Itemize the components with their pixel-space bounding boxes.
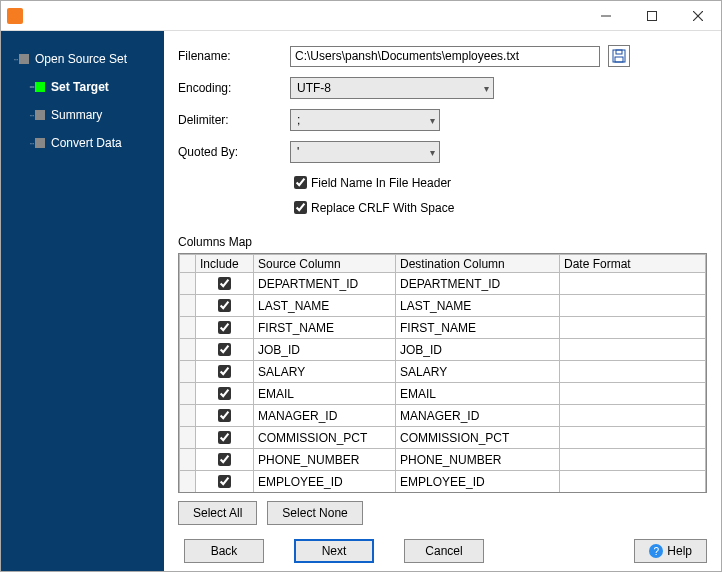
maximize-button[interactable]: [629, 1, 675, 31]
date-format-cell[interactable]: [560, 449, 706, 471]
destination-column-cell[interactable]: SALARY: [396, 361, 560, 383]
help-icon: ?: [649, 544, 663, 558]
table-row[interactable]: JOB_IDJOB_ID: [180, 339, 706, 361]
destination-column-cell[interactable]: LAST_NAME: [396, 295, 560, 317]
row-handle[interactable]: [180, 295, 196, 317]
include-checkbox[interactable]: [218, 365, 231, 378]
wizard-step-summary[interactable]: ···Summary: [1, 101, 164, 129]
replace-crlf-checkbox[interactable]: [294, 201, 307, 214]
header-datefmt[interactable]: Date Format: [560, 255, 706, 273]
row-handle[interactable]: [180, 339, 196, 361]
source-column-cell[interactable]: SALARY: [254, 361, 396, 383]
destination-column-cell[interactable]: PHONE_NUMBER: [396, 449, 560, 471]
destination-column-cell[interactable]: FIRST_NAME: [396, 317, 560, 339]
row-handle[interactable]: [180, 361, 196, 383]
source-column-cell[interactable]: LAST_NAME: [254, 295, 396, 317]
include-checkbox[interactable]: [218, 387, 231, 400]
source-column-cell[interactable]: FIRST_NAME: [254, 317, 396, 339]
include-checkbox[interactable]: [218, 453, 231, 466]
table-row[interactable]: SALARYSALARY: [180, 361, 706, 383]
destination-column-cell[interactable]: HIRE_DATE: [396, 493, 560, 494]
source-column-cell[interactable]: EMPLOYEE_ID: [254, 471, 396, 493]
select-none-button[interactable]: Select None: [267, 501, 362, 525]
source-column-cell[interactable]: COMMISSION_PCT: [254, 427, 396, 449]
quoted-by-select[interactable]: ' ▾: [290, 141, 440, 163]
include-checkbox[interactable]: [218, 299, 231, 312]
source-column-cell[interactable]: MANAGER_ID: [254, 405, 396, 427]
back-button[interactable]: Back: [184, 539, 264, 563]
step-status-icon: [35, 138, 45, 148]
row-handle[interactable]: [180, 273, 196, 295]
date-format-cell[interactable]: [560, 405, 706, 427]
table-row[interactable]: HIRE_DATEHIRE_DATEmm/dd/yyyy: [180, 493, 706, 494]
encoding-value: UTF-8: [297, 81, 331, 95]
row-handle[interactable]: [180, 317, 196, 339]
row-handle[interactable]: [180, 493, 196, 494]
destination-column-cell[interactable]: EMAIL: [396, 383, 560, 405]
row-handle[interactable]: [180, 471, 196, 493]
delimiter-value: ;: [297, 113, 300, 127]
wizard-step-convert-data[interactable]: ···Convert Data: [1, 129, 164, 157]
delimiter-select[interactable]: ; ▾: [290, 109, 440, 131]
browse-button[interactable]: [608, 45, 630, 67]
chevron-down-icon: ▾: [430, 115, 435, 126]
row-handle[interactable]: [180, 383, 196, 405]
encoding-select[interactable]: UTF-8 ▾: [290, 77, 494, 99]
columns-map-table: Include Source Column Destination Column…: [179, 254, 706, 493]
source-column-cell[interactable]: EMAIL: [254, 383, 396, 405]
destination-column-cell[interactable]: EMPLOYEE_ID: [396, 471, 560, 493]
table-row[interactable]: LAST_NAMELAST_NAME: [180, 295, 706, 317]
destination-column-cell[interactable]: COMMISSION_PCT: [396, 427, 560, 449]
header-dest[interactable]: Destination Column: [396, 255, 560, 273]
date-format-cell[interactable]: [560, 383, 706, 405]
date-format-cell[interactable]: [560, 273, 706, 295]
field-name-header-checkbox[interactable]: [294, 176, 307, 189]
close-button[interactable]: [675, 1, 721, 31]
date-format-cell[interactable]: [560, 339, 706, 361]
columns-map-table-container[interactable]: Include Source Column Destination Column…: [178, 253, 707, 493]
table-row[interactable]: COMMISSION_PCTCOMMISSION_PCT: [180, 427, 706, 449]
source-column-cell[interactable]: DEPARTMENT_ID: [254, 273, 396, 295]
minimize-button[interactable]: [583, 1, 629, 31]
titlebar: [1, 1, 721, 31]
table-row[interactable]: FIRST_NAMEFIRST_NAME: [180, 317, 706, 339]
include-checkbox[interactable]: [218, 277, 231, 290]
include-checkbox[interactable]: [218, 409, 231, 422]
source-column-cell[interactable]: JOB_ID: [254, 339, 396, 361]
help-button[interactable]: ? Help: [634, 539, 707, 563]
destination-column-cell[interactable]: DEPARTMENT_ID: [396, 273, 560, 295]
include-checkbox[interactable]: [218, 431, 231, 444]
destination-column-cell[interactable]: JOB_ID: [396, 339, 560, 361]
step-label: Set Target: [51, 80, 109, 94]
row-handle[interactable]: [180, 449, 196, 471]
wizard-step-open-source-set[interactable]: ···Open Source Set: [1, 45, 164, 73]
date-format-cell[interactable]: [560, 317, 706, 339]
row-header-blank: [180, 255, 196, 273]
filename-input[interactable]: [290, 46, 600, 67]
close-icon: [693, 11, 703, 21]
header-include[interactable]: Include: [196, 255, 254, 273]
row-handle[interactable]: [180, 405, 196, 427]
table-row[interactable]: PHONE_NUMBERPHONE_NUMBER: [180, 449, 706, 471]
wizard-step-set-target[interactable]: ···Set Target: [1, 73, 164, 101]
date-format-cell[interactable]: [560, 427, 706, 449]
date-format-cell[interactable]: mm/dd/yyyy: [560, 493, 706, 494]
include-checkbox[interactable]: [218, 475, 231, 488]
include-checkbox[interactable]: [218, 321, 231, 334]
source-column-cell[interactable]: PHONE_NUMBER: [254, 449, 396, 471]
next-button[interactable]: Next: [294, 539, 374, 563]
row-handle[interactable]: [180, 427, 196, 449]
source-column-cell[interactable]: HIRE_DATE: [254, 493, 396, 494]
include-checkbox[interactable]: [218, 343, 231, 356]
date-format-cell[interactable]: [560, 295, 706, 317]
table-row[interactable]: EMPLOYEE_IDEMPLOYEE_ID: [180, 471, 706, 493]
cancel-button[interactable]: Cancel: [404, 539, 484, 563]
table-row[interactable]: DEPARTMENT_IDDEPARTMENT_ID: [180, 273, 706, 295]
select-all-button[interactable]: Select All: [178, 501, 257, 525]
table-row[interactable]: EMAILEMAIL: [180, 383, 706, 405]
table-row[interactable]: MANAGER_IDMANAGER_ID: [180, 405, 706, 427]
date-format-cell[interactable]: [560, 471, 706, 493]
header-source[interactable]: Source Column: [254, 255, 396, 273]
destination-column-cell[interactable]: MANAGER_ID: [396, 405, 560, 427]
date-format-cell[interactable]: [560, 361, 706, 383]
